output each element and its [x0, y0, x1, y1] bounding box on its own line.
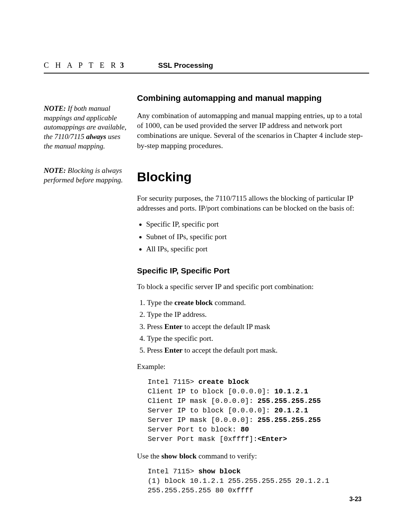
- paragraph: Any combination of automapping and manua…: [137, 111, 369, 151]
- step-command: Enter: [164, 323, 183, 331]
- command-bold: show block: [161, 452, 197, 460]
- sidebar: NOTE: If both manual mappings and applic…: [44, 93, 137, 503]
- code-bold: 10.1.2.1: [274, 388, 308, 396]
- heading-blocking: Blocking: [137, 168, 369, 186]
- margin-note-2: NOTE: Blocking is always performed befor…: [44, 166, 137, 185]
- code-text: Server Port mask [0xffff]:: [148, 435, 258, 443]
- code-bold: 255.255.255.255: [258, 416, 321, 424]
- bullet-list: Specific IP, specific port Subnet of IPs…: [137, 219, 369, 254]
- code-bold: 80: [241, 426, 249, 434]
- paragraph: To block a specific server IP and specif…: [137, 282, 369, 292]
- list-item: Type the IP address.: [147, 310, 369, 320]
- code-text: Intel 7115>: [148, 378, 198, 386]
- step-text: Press: [147, 323, 164, 331]
- code-text: 255.255.255.255 80 0xffff: [148, 487, 253, 495]
- step-text: Press: [147, 346, 164, 354]
- code-bold: create block: [198, 378, 249, 386]
- list-item: Type the create block command.: [147, 298, 369, 308]
- step-command: create block: [174, 299, 213, 307]
- note-label: NOTE:: [44, 104, 66, 112]
- chapter-label-block: C H A P T E R 3: [44, 61, 124, 70]
- code-text: Intel 7115>: [148, 468, 198, 476]
- step-command: Enter: [164, 346, 183, 354]
- step-text: Type the: [147, 299, 174, 307]
- paragraph-example-label: Example:: [137, 362, 369, 372]
- paragraph: Use the show block command to verify:: [137, 451, 369, 461]
- chapter-title: SSL Processing: [158, 61, 213, 70]
- step-text: command.: [213, 299, 246, 307]
- step-text: to accept the default port mask.: [183, 346, 278, 354]
- code-text: Server Port to block:: [148, 426, 241, 434]
- code-example-create-block: Intel 7115> create block Client IP to bl…: [148, 378, 369, 444]
- code-text: Server IP to block [0.0.0.0]:: [148, 407, 274, 415]
- subheading-specific-ip-port: Specific IP, Specific Port: [137, 265, 369, 276]
- code-text: Client IP to block [0.0.0.0]:: [148, 388, 274, 396]
- list-item: Press Enter to accept the default port m…: [147, 345, 369, 355]
- list-item: Specific IP, specific port: [146, 219, 369, 229]
- code-bold: <Enter>: [258, 435, 287, 443]
- running-header: C H A P T E R 3 SSL Processing: [44, 61, 369, 73]
- list-item: Press Enter to accept the default IP mas…: [147, 322, 369, 332]
- code-text: Client IP mask [0.0.0.0]:: [148, 397, 258, 405]
- section-heading-combining: Combining automapping and manual mapping: [137, 93, 369, 104]
- margin-note-1: NOTE: If both manual mappings and applic…: [44, 104, 137, 151]
- code-text: Server IP mask [0.0.0.0]:: [148, 416, 258, 424]
- list-item: All IPs, specific port: [146, 244, 369, 254]
- text: Use the: [137, 452, 161, 460]
- code-bold: show block: [198, 468, 241, 476]
- code-text: (1) block 10.1.2.1 255.255.255.255 20.1.…: [148, 477, 329, 485]
- numbered-steps: Type the create block command. Type the …: [137, 298, 369, 356]
- code-bold: 20.1.2.1: [274, 407, 308, 415]
- list-item: Subnet of IPs, specific port: [146, 232, 369, 242]
- page: C H A P T E R 3 SSL Processing NOTE: If …: [0, 0, 411, 532]
- note-bold-word: always: [86, 133, 106, 141]
- main-column: Combining automapping and manual mapping…: [137, 93, 369, 503]
- page-number: 3-23: [349, 496, 362, 503]
- note-label: NOTE:: [44, 166, 66, 174]
- content-columns: NOTE: If both manual mappings and applic…: [44, 93, 369, 503]
- text: command to verify:: [197, 452, 257, 460]
- paragraph: For security purposes, the 7110/7115 all…: [137, 193, 369, 214]
- list-item: Type the specific port.: [147, 334, 369, 343]
- step-text: to accept the default IP mask: [183, 323, 270, 331]
- chapter-label: C H A P T E R: [44, 61, 118, 69]
- chapter-number: 3: [120, 61, 124, 69]
- code-example-show-block: Intel 7115> show block (1) block 10.1.2.…: [148, 467, 369, 496]
- code-bold: 255.255.255.255: [258, 397, 321, 405]
